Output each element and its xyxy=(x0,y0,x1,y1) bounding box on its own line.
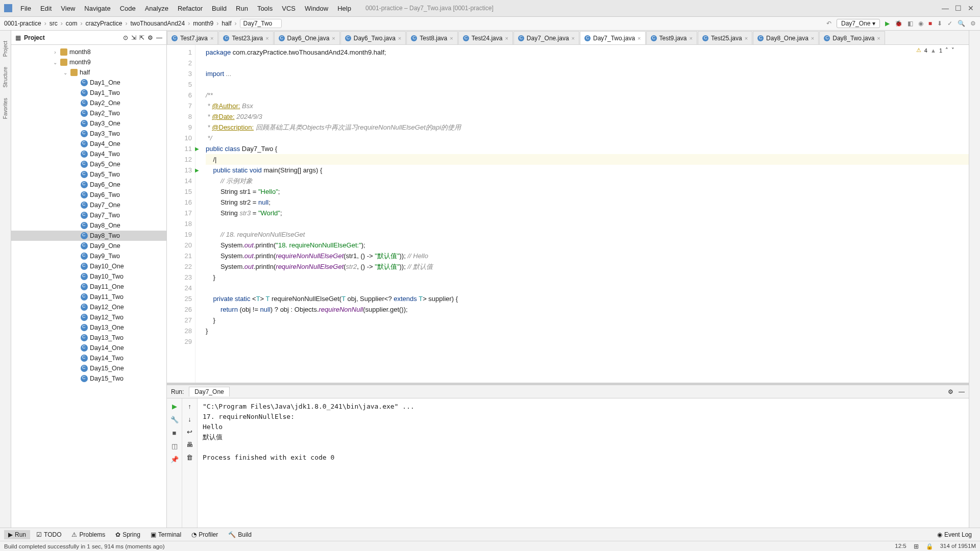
tree-node[interactable]: Day2_Two xyxy=(11,108,166,118)
editor-tab[interactable]: Day8_Two.java× xyxy=(819,31,885,44)
tree-node[interactable]: Day6_Two xyxy=(11,190,166,200)
menu-run[interactable]: Run xyxy=(232,3,252,14)
tree-node[interactable]: Day7_Two xyxy=(11,210,166,220)
sidetab-favorites[interactable]: Favorites xyxy=(3,98,8,119)
tab-close-icon[interactable]: × xyxy=(572,35,575,41)
editor-tab[interactable]: Test24.java× xyxy=(458,31,513,44)
minimize-icon[interactable]: — xyxy=(942,4,949,12)
tab-close-icon[interactable]: × xyxy=(210,35,213,41)
tree-node[interactable]: Day3_One xyxy=(11,118,166,129)
rerun-icon[interactable]: ▶ xyxy=(170,403,179,411)
tab-close-icon[interactable]: × xyxy=(450,35,453,41)
bottom-tab-spring[interactable]: ✿ Spring xyxy=(111,530,144,539)
run-up-icon[interactable]: ↑ xyxy=(188,403,191,410)
run-pin-icon[interactable]: 📌 xyxy=(170,456,179,464)
bottom-tab-profiler[interactable]: ◔ Profiler xyxy=(187,530,222,539)
tree-node[interactable]: Day15_Two xyxy=(11,373,166,384)
editor-tab[interactable]: Test23.java× xyxy=(218,31,273,44)
tree-node[interactable]: Day10_One xyxy=(11,261,166,271)
breadcrumb-item[interactable]: com xyxy=(66,20,86,27)
tab-close-icon[interactable]: × xyxy=(811,35,814,41)
maximize-icon[interactable]: ☐ xyxy=(955,4,962,12)
editor-tab[interactable]: Day6_One.java× xyxy=(274,31,340,44)
menu-refactor[interactable]: Refactor xyxy=(174,3,207,14)
bottom-tab-build[interactable]: 🔨 Build xyxy=(224,530,256,539)
tab-close-icon[interactable]: × xyxy=(505,35,508,41)
code-editor[interactable]: 123567891011▶1213▶1415161718192021222324… xyxy=(167,45,969,383)
run-settings-icon[interactable]: ⚙ xyxy=(948,388,953,395)
tree-node[interactable]: Day1_Two xyxy=(11,88,166,98)
bottom-tab-problems[interactable]: ⚠ Problems xyxy=(67,530,109,539)
editor-tab[interactable]: Test7.java× xyxy=(167,31,218,44)
run-print-icon[interactable]: 🖶 xyxy=(186,441,193,448)
tree-node[interactable]: Day14_Two xyxy=(11,353,166,363)
sidetab-structure[interactable]: Structure xyxy=(3,67,8,88)
breadcrumb-item[interactable]: half xyxy=(222,20,239,27)
inspection-down-icon[interactable]: ˅ xyxy=(951,47,954,54)
breadcrumb-item[interactable]: 0001-practice xyxy=(4,20,50,27)
back-icon[interactable]: ↶ xyxy=(826,20,831,27)
editor-tab[interactable]: Test25.java× xyxy=(698,31,752,44)
line-separator-icon[interactable]: ⊞ xyxy=(914,543,919,550)
menu-build[interactable]: Build xyxy=(208,3,231,14)
run-config-selector[interactable]: Day7_One ▾ xyxy=(837,19,880,28)
tree-node[interactable]: ›month8 xyxy=(11,47,166,57)
tree-node[interactable]: Day5_Two xyxy=(11,169,166,180)
tree-node[interactable]: Day12_Two xyxy=(11,312,166,322)
editor-tab[interactable]: Day7_One.java× xyxy=(513,31,579,44)
git-update-icon[interactable]: ⬇ xyxy=(937,20,942,27)
menu-tools[interactable]: Tools xyxy=(253,3,277,14)
tree-node[interactable]: Day14_One xyxy=(11,343,166,353)
tree-node[interactable]: Day9_One xyxy=(11,241,166,251)
run-icon[interactable]: ▶ xyxy=(885,20,890,27)
expand-icon[interactable]: ⇲ xyxy=(131,34,136,41)
breadcrumb-item[interactable]: twoThousandAnd24 xyxy=(130,20,193,27)
menu-navigate[interactable]: Navigate xyxy=(80,3,114,14)
tab-close-icon[interactable]: × xyxy=(745,35,748,41)
project-tree[interactable]: ›month8⌄month9⌄halfDay1_OneDay1_TwoDay2_… xyxy=(11,45,166,528)
tree-node[interactable]: Day7_One xyxy=(11,200,166,210)
tree-node[interactable]: Day11_One xyxy=(11,282,166,292)
run-wrap-icon[interactable]: ↩ xyxy=(187,428,192,436)
menu-help[interactable]: Help xyxy=(333,3,355,14)
stop-icon[interactable]: ■ xyxy=(928,20,932,27)
coverage-icon[interactable]: ◧ xyxy=(908,20,913,27)
menu-code[interactable]: Code xyxy=(116,3,140,14)
breadcrumb-item[interactable]: src xyxy=(50,20,66,27)
debug-icon[interactable]: 🐞 xyxy=(895,20,902,27)
tree-node[interactable]: Day8_Two xyxy=(11,231,166,241)
tree-node[interactable]: ⌄month9 xyxy=(11,57,166,67)
tree-node[interactable]: Day4_Two xyxy=(11,149,166,159)
run-config-tab[interactable]: Day7_One xyxy=(189,387,229,396)
run-down-icon[interactable]: ↓ xyxy=(188,415,191,423)
memory-indicator[interactable]: 314 of 1951M xyxy=(940,543,976,550)
tree-node[interactable]: Day9_Two xyxy=(11,251,166,261)
tree-node[interactable]: Day2_One xyxy=(11,98,166,108)
tree-node[interactable]: Day13_One xyxy=(11,322,166,333)
editor-tab[interactable]: Day7_Two.java× xyxy=(580,31,645,44)
breadcrumb-item[interactable]: month9 xyxy=(193,20,222,27)
run-tools-icon[interactable]: 🔧 xyxy=(170,416,179,424)
locate-icon[interactable]: ⊙ xyxy=(123,34,128,41)
tab-close-icon[interactable]: × xyxy=(877,35,880,41)
gear-icon[interactable]: ⚙ xyxy=(148,34,153,41)
tab-close-icon[interactable]: × xyxy=(638,35,641,41)
inspection-up-icon[interactable]: ˄ xyxy=(945,47,948,54)
tree-node[interactable]: Day12_One xyxy=(11,302,166,312)
tree-node[interactable]: Day1_One xyxy=(11,78,166,88)
editor-content[interactable]: package com.crazyPractice.twoThousandAnd… xyxy=(195,45,969,383)
inspection-widget[interactable]: ⚠4 ▲1 ˄ ˅ xyxy=(916,47,954,54)
tree-node[interactable]: Day10_Two xyxy=(11,271,166,282)
breadcrumb-item[interactable]: Day7_Two xyxy=(240,19,282,28)
tree-node[interactable]: Day8_One xyxy=(11,220,166,231)
menu-vcs[interactable]: VCS xyxy=(278,3,300,14)
run-output[interactable]: "C:\Program Files\Java\jdk1.8.0_241\bin\… xyxy=(198,398,969,528)
bottom-tab-terminal[interactable]: ▣ Terminal xyxy=(146,530,185,539)
tree-node[interactable]: ⌄half xyxy=(11,67,166,78)
sidetab-project[interactable]: Project xyxy=(3,41,8,57)
tab-close-icon[interactable]: × xyxy=(332,35,335,41)
tree-node[interactable]: Day15_One xyxy=(11,363,166,373)
breadcrumb-item[interactable]: crazyPractice xyxy=(85,20,130,27)
search-icon[interactable]: 🔍 xyxy=(958,20,965,27)
editor-tab[interactable]: Test8.java× xyxy=(406,31,457,44)
